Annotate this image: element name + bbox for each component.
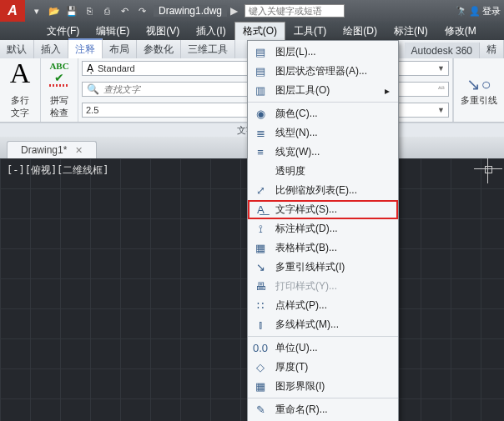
document-title: Drawing1.dwg — [154, 5, 227, 17]
title-right-buttons: 🔭 👤 登录 — [456, 5, 504, 18]
menu-view[interactable]: 视图(V) — [138, 22, 188, 41]
find-abc-icon[interactable]: ᴬᴮ — [436, 85, 446, 93]
menu-item-label: 重命名(R)... — [275, 403, 390, 417]
menu-insert[interactable]: 插入(I) — [188, 22, 234, 41]
menu-item-label: 厚度(T) — [275, 360, 390, 374]
menu-item-icon: ◉ — [253, 108, 268, 121]
menu-item-icon: ∷ — [253, 299, 268, 313]
document-tab[interactable]: Drawing1* ✕ — [7, 141, 97, 158]
textstyle-icon: Aͅ — [84, 63, 96, 75]
view-controls[interactable]: [-][俯视][二维线框] — [7, 163, 109, 178]
panel-mtext[interactable]: A 多行 文字 — [0, 58, 41, 122]
qat-plot-icon[interactable]: ⎙ — [98, 3, 115, 19]
qat-saveas-icon[interactable]: ⎘ — [81, 3, 98, 19]
binoculars-icon[interactable]: 🔭 — [456, 6, 467, 17]
menu-tools[interactable]: 工具(T) — [285, 22, 335, 41]
menu-item-label: 文字样式(S)... — [275, 203, 390, 217]
menu-item[interactable]: ▥图层工具(O)▸ — [248, 81, 398, 100]
menu-item-label: 标注样式(D)... — [275, 222, 390, 236]
login-icon[interactable]: 👤 — [469, 6, 481, 17]
abc-icon: ABC — [44, 61, 74, 71]
submenu-arrow-icon: ▸ — [385, 85, 390, 97]
menu-item[interactable]: ≣线型(N)... — [248, 123, 398, 143]
tab-annotate[interactable]: 注释 — [68, 38, 103, 58]
menu-item-label: 图层状态管理器(A)... — [275, 64, 390, 78]
menu-item-label: 透明度 — [275, 164, 390, 178]
qat-open-icon[interactable]: 📂 — [46, 3, 63, 19]
menu-item[interactable]: A͟文字样式(S)... — [248, 200, 398, 219]
menu-item-icon: ⟟ — [253, 223, 268, 236]
menu-item[interactable]: ▤图层(L)... — [248, 43, 398, 62]
menu-item-icon: ↘ — [253, 261, 268, 274]
spell-label: 拼写 检查 — [44, 94, 74, 119]
menu-item-icon: ▤ — [253, 46, 268, 59]
qat-save-icon[interactable]: 💾 — [63, 3, 80, 19]
menu-item[interactable]: ✎重命名(R)... — [248, 398, 398, 419]
menu-item-label: 图形界限(I) — [275, 379, 390, 393]
menu-item-icon: ≣ — [253, 127, 268, 140]
menu-item-icon: ≡ — [253, 146, 268, 159]
menu-item[interactable]: ≡线宽(W)... — [248, 143, 398, 162]
qat-redo-icon[interactable]: ↷ — [134, 3, 150, 19]
title-arrow-icon[interactable]: ▶ — [227, 5, 241, 17]
quick-access-toolbar: ▾ 📂 💾 ⎘ ⎙ ↶ ↷ — [25, 3, 154, 19]
panel-leader[interactable]: ↘○ 多重引线 — [453, 58, 504, 122]
close-icon[interactable]: ✕ — [75, 145, 83, 156]
chevron-down-icon[interactable]: ▼ — [436, 64, 446, 73]
menu-item[interactable]: 透明度 — [248, 162, 398, 181]
menu-item[interactable]: ⤢比例缩放列表(E)... — [248, 181, 398, 200]
chevron-down-icon[interactable]: ▼ — [436, 106, 446, 114]
menu-item[interactable]: ◇厚度(T) — [248, 358, 398, 377]
qat-undo-icon[interactable]: ↶ — [116, 3, 133, 19]
tab-insert[interactable]: 插入 — [34, 40, 68, 58]
menu-modify[interactable]: 修改(M — [436, 22, 485, 41]
app-logo[interactable]: A — [0, 0, 25, 22]
crosshair-cursor — [482, 163, 494, 175]
menu-item[interactable]: ⫿多线样式(M)... — [248, 315, 398, 334]
mleader-icon: ↘○ — [466, 74, 491, 94]
menu-item-label: 点样式(P)... — [275, 298, 390, 313]
menu-dimension[interactable]: 标注(N) — [386, 22, 436, 41]
menu-item[interactable]: ⟟标注样式(D)... — [248, 219, 398, 238]
menu-item-label: 比例缩放列表(E)... — [275, 183, 390, 198]
menu-item-icon: 0.0 — [253, 342, 268, 355]
mtext-icon: A — [3, 61, 37, 86]
menu-item-label: 图层工具(O) — [275, 83, 377, 98]
tab-parametric[interactable]: 参数化 — [137, 40, 181, 58]
menu-item[interactable]: ↘多重引线样式(I) — [248, 258, 398, 277]
menu-item-icon: ⤢ — [253, 184, 268, 198]
tab-default[interactable]: 默认 — [0, 40, 34, 58]
menu-item: 🖶打印样式(Y)... — [248, 277, 398, 296]
menu-item-label: 线型(N)... — [275, 126, 390, 140]
mleader-label: 多重引线 — [461, 94, 497, 107]
menu-item-label: 颜色(C)... — [275, 107, 390, 121]
menu-draw[interactable]: 绘图(D) — [335, 22, 386, 41]
tab-featured[interactable]: 精 — [480, 40, 504, 58]
panel-spellcheck[interactable]: ABC ✔ 拼写 检查 — [41, 58, 78, 122]
menu-item[interactable]: ▦表格样式(B)... — [248, 238, 398, 258]
menu-item[interactable]: ▦图形界限(I) — [248, 377, 398, 396]
menu-item-icon: 🖶 — [253, 280, 268, 293]
menu-item-label: 多线样式(M)... — [275, 318, 390, 332]
menu-item-icon: ⫿ — [253, 318, 268, 332]
menu-item[interactable]: ▤图层状态管理器(A)... — [248, 62, 398, 81]
menu-item-icon: ▥ — [253, 84, 268, 98]
redwave-icon — [49, 84, 69, 87]
menu-item[interactable]: 0.0单位(U)... — [248, 336, 398, 358]
search-box — [244, 4, 456, 18]
menu-item-icon: ▤ — [253, 65, 268, 78]
login-label[interactable]: 登录 — [482, 5, 501, 18]
check-icon: ✔ — [44, 71, 74, 84]
tab-layout[interactable]: 布局 — [103, 40, 137, 58]
titlebar: A ▾ 📂 💾 ⎘ ⎙ ↶ ↷ Drawing1.dwg ▶ 🔭 👤 登录 — [0, 0, 504, 22]
menu-item-icon — [253, 165, 268, 178]
menu-item[interactable]: ◉颜色(C)... — [248, 102, 398, 123]
menu-item-icon: A͟ — [253, 203, 268, 217]
menu-item[interactable]: ∷点样式(P)... — [248, 296, 398, 315]
search-input[interactable] — [244, 4, 345, 18]
qat-new-icon[interactable]: ▾ — [28, 3, 45, 19]
menu-item-icon: ◇ — [253, 361, 268, 374]
tab-autodesk360[interactable]: Autodesk 360 — [405, 43, 480, 58]
menu-format[interactable]: 格式(O) — [234, 22, 285, 40]
tab-3dtools[interactable]: 三维工具 — [181, 40, 235, 58]
